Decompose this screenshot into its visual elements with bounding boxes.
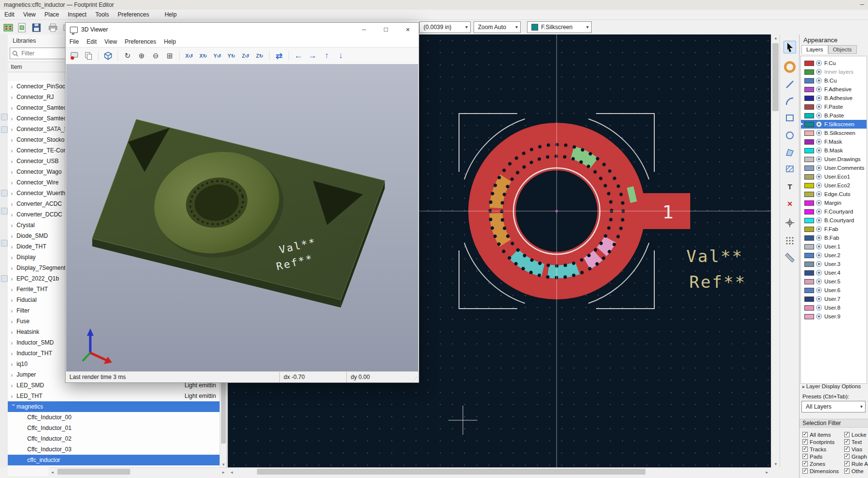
pan-left-icon[interactable]: ← [292,50,305,62]
layer-row[interactable]: B.Silkscreen [801,129,867,137]
scrollbar-thumb[interactable] [57,469,130,475]
expand-chevron-icon[interactable] [11,243,17,250]
layer-row[interactable]: B.Fab [801,233,867,242]
layer-row[interactable]: B.Courtyard [801,216,867,225]
scroll-left-icon[interactable]: ◂ [228,468,236,477]
expand-chevron-icon[interactable] [11,136,17,144]
layer-row[interactable]: F.Mask [801,137,867,146]
menu-preferences[interactable]: Preferences [113,11,153,18]
expand-chevron-icon[interactable] [11,94,17,101]
zoom-select[interactable]: Zoom Auto [474,21,521,33]
checkbox-checked-icon[interactable] [802,446,808,452]
filter-text[interactable]: Text [844,438,868,445]
layer-row[interactable]: User.Eco2 [801,181,867,190]
menu-edit[interactable]: Edit [83,38,101,45]
layer-row[interactable]: F.Courtyard [801,207,867,216]
library-tree-item[interactable]: LED_THTLight emittin [8,391,221,401]
layer-color-swatch[interactable] [804,131,814,136]
layer-color-swatch[interactable] [804,279,814,284]
draw-arc-icon[interactable] [783,95,796,108]
new-footprint-icon[interactable] [2,21,15,34]
visibility-eye-icon[interactable] [816,165,822,171]
draw-circle-icon[interactable] [783,129,796,142]
layer-row[interactable]: User.4 [801,268,867,277]
checkbox-checked-icon[interactable] [844,439,850,445]
rotate-x-ccw-icon[interactable]: X↺ [183,50,195,62]
expand-chevron-icon[interactable] [11,232,17,240]
layer-row[interactable]: User.7 [801,295,867,303]
reference-text[interactable]: Ref** [689,272,746,292]
menu-view[interactable]: View [101,38,121,45]
value-text[interactable]: Val** [686,247,743,266]
filter-graphics[interactable]: Graph [844,453,868,460]
left-tool-icon[interactable] [1,114,8,120]
expand-chevron-icon[interactable] [11,339,17,346]
visibility-eye-icon[interactable] [816,86,822,92]
checkbox-checked-icon[interactable] [802,454,808,459]
tree-horizontal-scrollbar[interactable]: ◂ ▸ [49,467,227,476]
expand-chevron-icon[interactable] [11,286,17,293]
render-options-icon[interactable] [68,50,81,62]
scroll-left-icon[interactable]: ◂ [49,468,56,476]
visibility-eye-icon[interactable] [816,270,822,276]
layer-row[interactable]: User.8 [801,303,867,312]
layer-color-swatch[interactable] [804,227,814,232]
draw-line-icon[interactable] [783,78,796,91]
pan-up-icon[interactable]: ↑ [321,50,333,62]
grid-select[interactable]: (0.0039 in) [419,21,471,33]
visibility-eye-icon[interactable] [816,148,822,153]
add-zone-icon[interactable] [783,163,796,175]
visibility-eye-icon[interactable] [816,156,822,162]
grid-origin-icon[interactable] [783,234,796,247]
expand-chevron-icon[interactable] [11,83,17,90]
rotate-z-ccw-icon[interactable]: Z↺ [239,50,252,62]
scroll-up-icon[interactable]: ▴ [771,34,780,41]
pan-down-icon[interactable]: ↓ [335,50,347,62]
visibility-eye-icon[interactable] [816,200,822,206]
zoom-in-icon[interactable]: ⊕ [136,50,148,62]
visibility-eye-icon[interactable] [816,130,822,136]
visibility-eye-icon[interactable] [816,252,822,258]
menu-help[interactable]: Help [160,11,181,18]
tab-layers[interactable]: Layers [801,45,828,54]
layer-color-swatch[interactable] [804,122,814,127]
checkbox-checked-icon[interactable] [802,439,808,445]
scroll-right-icon[interactable]: ▸ [763,468,771,477]
close-button[interactable]: ✕ [397,23,419,36]
open-footprint-icon[interactable] [16,21,28,34]
layer-color-swatch[interactable] [804,148,814,153]
expand-chevron-icon[interactable] [11,350,17,357]
scroll-right-icon[interactable]: ▸ [220,468,227,476]
visibility-eye-icon[interactable] [816,235,822,241]
canvas-vertical-scrollbar[interactable]: ▴ ▾ [771,34,780,467]
checkbox-checked-icon[interactable] [844,461,850,466]
layer-row[interactable]: Inner layers [801,67,867,76]
draw-polygon-icon[interactable] [783,146,796,159]
library-tree-item[interactable]: Cffc_Inductor_03 [8,444,221,455]
layer-row[interactable]: User.9 [801,312,867,321]
rotate-y-ccw-icon[interactable]: Y↺ [211,50,223,62]
filter-all-items[interactable]: All items [802,431,839,438]
library-tree-item-cffc-inductor[interactable]: cffc_inductor [8,455,221,465]
visibility-eye-icon[interactable] [816,182,822,188]
expand-chevron-icon[interactable] [11,393,17,400]
layer-color-swatch[interactable] [804,209,814,214]
select-cursor-icon[interactable] [783,41,796,53]
expand-chevron-icon[interactable] [11,211,17,218]
visibility-eye-icon[interactable] [816,104,822,110]
layer-color-swatch[interactable] [804,61,814,66]
layer-row[interactable]: B.Mask [801,146,867,155]
visibility-eye-icon[interactable] [816,209,822,214]
visibility-eye-icon[interactable] [816,296,822,302]
rotate-x-cw-icon[interactable]: X↻ [197,50,209,62]
filter-tracks[interactable]: Tracks [802,445,839,453]
3d-viewer-window[interactable]: 3D Viewer ─ ☐ ✕ File Edit View Preferenc… [65,22,419,383]
visibility-eye-icon[interactable] [816,261,822,267]
draw-rectangle-icon[interactable] [783,112,796,124]
layer-display-options[interactable]: Layer Display Options [802,383,861,389]
expand-chevron-icon[interactable] [11,147,17,154]
3d-viewer-title-bar[interactable]: 3D Viewer ─ ☐ ✕ [66,23,419,36]
expand-chevron-icon[interactable] [11,371,17,379]
resize-grip[interactable]: ⋰ [413,376,418,381]
layer-color-swatch[interactable] [804,113,814,118]
